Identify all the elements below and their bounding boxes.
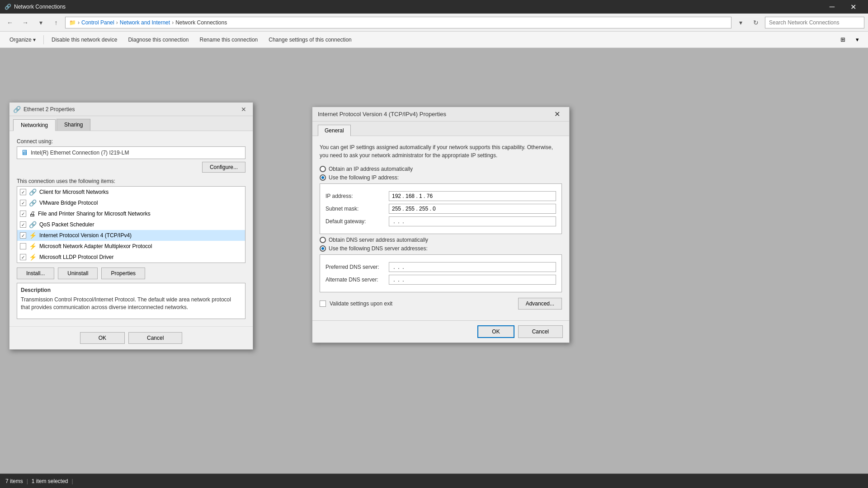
eth-cancel-button[interactable]: Cancel <box>128 332 182 344</box>
ip-address-row: IP address: <box>326 191 556 201</box>
validate-row: Validate settings upon exit Advanced... <box>320 298 562 310</box>
items-list[interactable]: 🔗 Client for Microsoft Networks 🔗 VMware… <box>17 186 245 263</box>
eth-ok-button[interactable]: OK <box>80 332 125 344</box>
disable-network-button[interactable]: Disable this network device <box>47 33 122 46</box>
breadcrumb[interactable]: 📁 › Control Panel › Network and Internet… <box>65 17 731 28</box>
close-button[interactable]: ✕ <box>843 0 863 14</box>
auto-ip-row[interactable]: Obtain an IP address automatically <box>320 166 562 172</box>
app-icon: 🔗 <box>5 4 11 10</box>
alternate-dns-label: Alternate DNS server: <box>326 277 389 283</box>
list-item[interactable]: 🖨 File and Printer Sharing for Microsoft… <box>17 208 245 219</box>
up-button[interactable]: ↑ <box>50 16 62 29</box>
list-item-icon-3: 🖨 <box>29 210 35 217</box>
manual-dns-row[interactable]: Use the following DNS server addresses: <box>320 245 562 252</box>
change-settings-button[interactable]: Change settings of this connection <box>264 33 356 46</box>
install-button[interactable]: Install... <box>17 267 54 279</box>
ip-radio-group: Obtain an IP address automatically Use t… <box>320 166 562 181</box>
ipv4-titlebar: Internet Protocol Version 4 (TCP/IPv4) P… <box>312 107 569 122</box>
scroll-left-button[interactable]: ◀ <box>17 263 24 263</box>
tab-networking[interactable]: Networking <box>13 119 56 131</box>
status-separator: | <box>27 478 28 484</box>
eth-dialog-title: Ethernet 2 Properties <box>24 106 238 113</box>
tab-sharing[interactable]: Sharing <box>57 119 90 131</box>
list-checkbox-3[interactable] <box>20 211 26 217</box>
dialog-action-buttons: Install... Uninstall Properties <box>17 267 245 279</box>
breadcrumb-network-internet[interactable]: Network and Internet <box>120 19 170 26</box>
adapter-box: 🖥 Intel(R) Ethernet Connection (7) I219-… <box>17 146 245 159</box>
address-expand-button[interactable]: ▾ <box>734 16 747 29</box>
subnet-mask-label: Subnet mask: <box>326 206 389 212</box>
breadcrumb-control-panel[interactable]: Control Panel <box>81 19 114 26</box>
scroll-right-button[interactable]: ▶ <box>238 263 245 263</box>
subnet-mask-input[interactable] <box>389 204 556 214</box>
list-item-selected[interactable]: ⚡ Internet Protocol Version 4 (TCP/IPv4) <box>17 230 245 241</box>
manual-dns-radio[interactable] <box>320 245 326 252</box>
toolbar-separator-1 <box>43 35 44 44</box>
auto-ip-radio[interactable] <box>320 166 326 172</box>
list-item-icon-2: 🔗 <box>29 199 37 206</box>
gateway-row: Default gateway: <box>326 216 556 226</box>
list-item-icon-5: ⚡ <box>29 232 37 239</box>
status-bar: 7 items | 1 item selected | <box>0 474 868 488</box>
minimize-button[interactable]: ─ <box>822 0 842 14</box>
toolbar: Organize ▾ Disable this network device D… <box>0 32 868 48</box>
list-checkbox-5[interactable] <box>20 232 26 239</box>
diagnose-button[interactable]: Diagnose this connection <box>123 33 193 46</box>
ip-fields-box: IP address: Subnet mask: Default gateway… <box>320 183 562 234</box>
uninstall-button[interactable]: Uninstall <box>58 267 98 279</box>
main-content: 🔗 Ethernet 2 Properties ✕ Networking Sha… <box>0 48 868 474</box>
organize-button[interactable]: Organize ▾ <box>5 33 41 46</box>
tab-general[interactable]: General <box>318 125 351 136</box>
rename-button[interactable]: Rename this connection <box>195 33 263 46</box>
validate-checkbox[interactable] <box>320 300 326 307</box>
manual-ip-radio[interactable] <box>320 174 326 181</box>
forward-button[interactable]: → <box>19 16 32 29</box>
horiz-scroll[interactable]: ◀ ▶ <box>17 263 245 263</box>
list-checkbox-2[interactable] <box>20 200 26 206</box>
alternate-dns-input[interactable] <box>389 275 556 285</box>
ip-address-label: IP address: <box>326 193 389 199</box>
view-large-icon-button[interactable]: ⊞ <box>836 33 849 46</box>
ipv4-cancel-button[interactable]: Cancel <box>518 325 563 338</box>
connect-using-label: Connect using: <box>17 138 245 145</box>
auto-dns-row[interactable]: Obtain DNS server address automatically <box>320 237 562 243</box>
gateway-input[interactable] <box>389 216 556 226</box>
window-controls: ─ ✕ <box>822 0 863 14</box>
list-item[interactable]: 🔗 VMware Bridge Protocol <box>17 197 245 208</box>
list-item[interactable]: ⚡ Microsoft LLDP Protocol Driver <box>17 252 245 263</box>
preferred-dns-row: Preferred DNS server: <box>326 262 556 272</box>
configure-button[interactable]: Configure... <box>202 162 245 173</box>
auto-ip-label: Obtain an IP address automatically <box>329 166 413 172</box>
list-item[interactable]: 🔗 QoS Packet Scheduler <box>17 219 245 230</box>
refresh-button[interactable]: ↻ <box>750 16 762 29</box>
description-box: Description Transmission Control Protoco… <box>17 283 245 319</box>
status-items: 7 items <box>5 478 23 484</box>
view-dropdown-button[interactable]: ▾ <box>851 33 863 46</box>
list-checkbox-7[interactable] <box>20 254 26 260</box>
ip-address-input[interactable] <box>389 191 556 201</box>
list-checkbox-4[interactable] <box>20 221 26 228</box>
list-checkbox-1[interactable] <box>20 189 26 195</box>
back-button[interactable]: ← <box>4 16 16 29</box>
list-item[interactable]: ⚡ Microsoft Network Adapter Multiplexor … <box>17 241 245 252</box>
dns-fields-box: Preferred DNS server: Alternate DNS serv… <box>320 254 562 292</box>
items-label: This connection uses the following items… <box>17 178 245 184</box>
list-item-label-6: Microsoft Network Adapter Multiplexor Pr… <box>39 243 152 249</box>
advanced-button[interactable]: Advanced... <box>518 298 562 310</box>
dns-radio-group: Obtain DNS server address automatically … <box>320 237 562 252</box>
list-item-icon-4: 🔗 <box>29 221 37 228</box>
ipv4-ok-button[interactable]: OK <box>477 325 514 338</box>
breadcrumb-current: Network Connections <box>175 19 227 26</box>
manual-ip-row[interactable]: Use the following IP address: <box>320 174 562 181</box>
search-input[interactable] <box>765 17 864 28</box>
address-bar: ← → ▾ ↑ 📁 › Control Panel › Network and … <box>0 14 868 32</box>
eth-dialog-close-button[interactable]: ✕ <box>238 104 249 115</box>
list-item[interactable]: 🔗 Client for Microsoft Networks <box>17 187 245 197</box>
dropdown-button[interactable]: ▾ <box>34 16 47 29</box>
list-checkbox-6[interactable] <box>20 243 26 249</box>
properties-button[interactable]: Properties <box>101 267 145 279</box>
status-selected: 1 item selected <box>32 478 68 484</box>
auto-dns-radio[interactable] <box>320 237 326 243</box>
preferred-dns-input[interactable] <box>389 262 556 272</box>
ipv4-close-button[interactable]: ✕ <box>550 108 564 121</box>
